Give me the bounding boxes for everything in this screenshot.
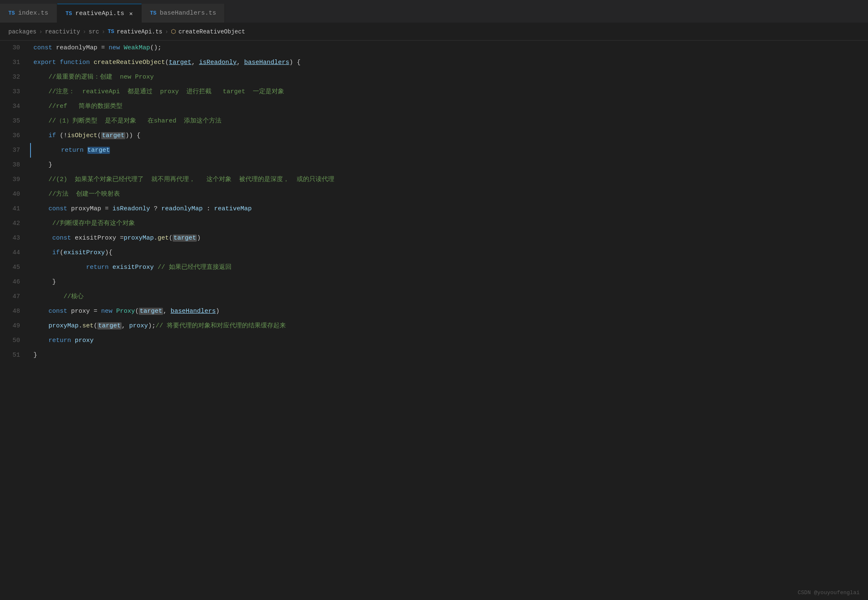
code-line-51: 51 } — [0, 348, 868, 363]
sep4: › — [165, 28, 168, 35]
line-content-35: //（1）判断类型 是不是对象 在shared 添加这个方法 — [30, 114, 868, 128]
ts-icon-index: TS — [8, 10, 15, 16]
code-line-50: 50 return proxy — [0, 333, 868, 348]
tab-close-reativeapi[interactable]: ✕ — [129, 10, 132, 17]
line-content-33: //注意： reativeApi 都是通过 proxy 进行拦截 target … — [30, 84, 868, 99]
line-content-45: return exisitProxy // 如果已经代理直接返回 — [30, 260, 868, 275]
watermark: CSDN @youyoufenglai — [798, 590, 860, 596]
tab-reativeapi[interactable]: TS reativeApi.ts ✕ — [57, 4, 142, 23]
code-line-47: 47 //核心 — [0, 289, 868, 304]
code-line-35: 35 //（1）判断类型 是不是对象 在shared 添加这个方法 — [0, 114, 868, 128]
line-num-42: 42 — [0, 216, 30, 231]
line-num-31: 31 — [0, 55, 30, 70]
line-num-30: 30 — [0, 41, 30, 55]
func-icon: ⬡ — [171, 28, 176, 35]
tab-bar: TS index.ts TS reativeApi.ts ✕ TS baseHa… — [0, 0, 868, 23]
line-num-45: 45 — [0, 260, 30, 275]
breadcrumb-ts-icon: TS — [108, 28, 115, 35]
line-content-49: proxyMap.set(target, proxy);// 将要代理的对象和对… — [30, 319, 868, 333]
line-content-40: //方法 创建一个映射表 — [30, 187, 868, 202]
line-num-43: 43 — [0, 231, 30, 245]
breadcrumb-func: createReativeObject — [178, 28, 245, 35]
line-content-47: //核心 — [30, 289, 868, 304]
line-content-44: if(exisitProxy){ — [30, 245, 868, 260]
breadcrumb-packages: packages — [8, 28, 36, 35]
tab-index-label: index.ts — [18, 10, 48, 17]
line-num-47: 47 — [0, 289, 30, 304]
code-line-32: 32 //最重要的逻辑：创建 new Proxy — [0, 70, 868, 84]
code-line-37: 37 return target — [0, 143, 868, 158]
breadcrumb: packages › reactivity › src › TS reative… — [0, 23, 868, 41]
line-num-41: 41 — [0, 202, 30, 216]
line-num-34: 34 — [0, 99, 30, 114]
breadcrumb-src: src — [89, 28, 99, 35]
line-num-48: 48 — [0, 304, 30, 319]
ts-icon-basehandlers: TS — [150, 10, 157, 16]
code-line-30: 30 const readonlyMap = new WeakMap(); — [0, 41, 868, 55]
line-num-50: 50 — [0, 333, 30, 348]
line-content-50: return proxy — [30, 333, 868, 348]
line-content-30: const readonlyMap = new WeakMap(); — [30, 41, 868, 55]
code-line-34: 34 //ref 简单的数据类型 — [0, 99, 868, 114]
code-line-38: 38 } — [0, 158, 868, 172]
sep2: › — [83, 28, 86, 35]
breadcrumb-reactivity: reactivity — [45, 28, 80, 35]
code-line-46: 46 } — [0, 275, 868, 289]
code-line-40: 40 //方法 创建一个映射表 — [0, 187, 868, 202]
line-num-40: 40 — [0, 187, 30, 202]
sep3: › — [102, 28, 105, 35]
line-num-35: 35 — [0, 114, 30, 128]
sep1: › — [39, 28, 42, 35]
line-num-49: 49 — [0, 319, 30, 333]
line-content-48: const proxy = new Proxy(target, baseHand… — [30, 304, 868, 319]
code-line-39: 39 //(2) 如果某个对象已经代理了 就不用再代理， 这个对象 被代理的是深… — [0, 172, 868, 187]
code-line-43: 43 const exisitProxy =proxyMap.get(targe… — [0, 231, 868, 245]
line-content-32: //最重要的逻辑：创建 new Proxy — [30, 70, 868, 84]
tab-basehandlers-label: baseHandlers.ts — [160, 10, 216, 17]
line-content-36: if (!isObject(target)) { — [30, 128, 868, 143]
line-content-43: const exisitProxy =proxyMap.get(target) — [30, 231, 868, 245]
breadcrumb-file: reativeApi.ts — [117, 28, 162, 35]
code-line-36: 36 if (!isObject(target)) { — [0, 128, 868, 143]
line-content-31: export function createReativeObject(targ… — [30, 55, 868, 70]
code-area: 30 const readonlyMap = new WeakMap(); 31… — [0, 41, 868, 363]
tab-index[interactable]: TS index.ts — [0, 4, 57, 23]
code-line-45: 45 return exisitProxy // 如果已经代理直接返回 — [0, 260, 868, 275]
line-content-34: //ref 简单的数据类型 — [30, 99, 868, 114]
line-content-42: //判断缓存中是否有这个对象 — [30, 216, 868, 231]
code-line-41: 41 const proxyMap = isReadonly ? readonl… — [0, 202, 868, 216]
ts-icon-reativeapi: TS — [66, 10, 72, 17]
line-content-37: return target — [30, 143, 868, 158]
line-content-46: } — [30, 275, 868, 289]
line-content-39: //(2) 如果某个对象已经代理了 就不用再代理， 这个对象 被代理的是深度， … — [30, 172, 868, 187]
code-line-31: 31 export function createReativeObject(t… — [0, 55, 868, 70]
line-num-46: 46 — [0, 275, 30, 289]
line-content-41: const proxyMap = isReadonly ? readonlyMa… — [30, 202, 868, 216]
line-content-51: } — [30, 348, 868, 363]
code-line-44: 44 if(exisitProxy){ — [0, 245, 868, 260]
line-num-32: 32 — [0, 70, 30, 84]
line-num-37: 37 — [0, 143, 30, 158]
tab-reativeapi-label: reativeApi.ts — [75, 10, 124, 17]
line-num-33: 33 — [0, 84, 30, 99]
code-line-42: 42 //判断缓存中是否有这个对象 — [0, 216, 868, 231]
code-line-33: 33 //注意： reativeApi 都是通过 proxy 进行拦截 targ… — [0, 84, 868, 99]
line-num-39: 39 — [0, 172, 30, 187]
line-num-36: 36 — [0, 128, 30, 143]
line-num-51: 51 — [0, 348, 30, 363]
line-num-44: 44 — [0, 245, 30, 260]
code-line-49: 49 proxyMap.set(target, proxy);// 将要代理的对… — [0, 319, 868, 333]
tab-basehandlers[interactable]: TS baseHandlers.ts — [142, 4, 225, 23]
line-num-38: 38 — [0, 158, 30, 172]
code-line-48: 48 const proxy = new Proxy(target, baseH… — [0, 304, 868, 319]
line-content-38: } — [30, 158, 868, 172]
